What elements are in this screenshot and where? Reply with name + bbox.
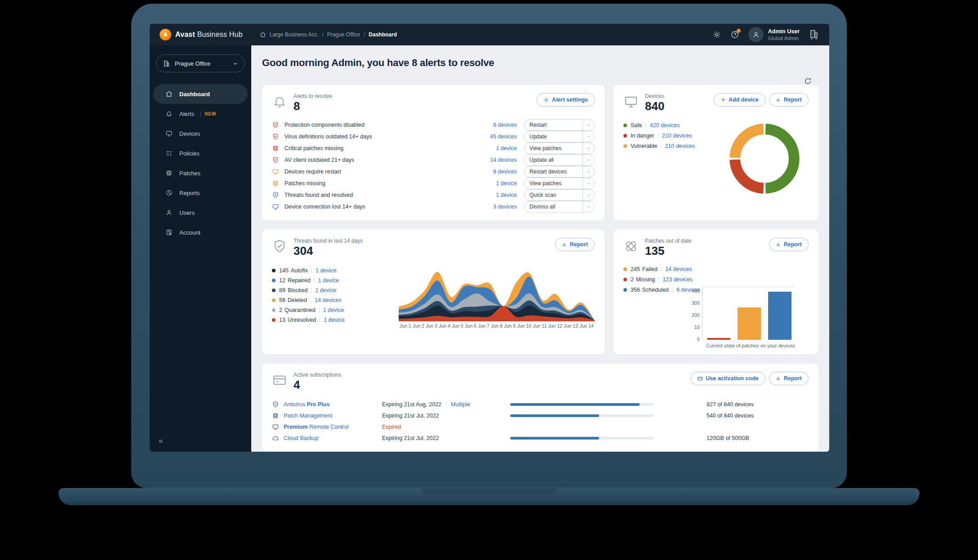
subscription-usage: 827 of 840 devices: [707, 401, 754, 408]
alert-devices-link[interactable]: 3 devices: [493, 204, 517, 210]
legend-devices-link[interactable]: 1 device: [318, 277, 339, 284]
subscription-expiry: Expiring 21st Jul, 2022: [382, 435, 439, 441]
y-axis-label: 400: [692, 289, 700, 293]
legend-devices-link[interactable]: 1 device: [324, 317, 345, 323]
org-selector[interactable]: Prague Office: [156, 54, 245, 72]
breadcrumb-item[interactable]: Large Business Acc. /: [270, 31, 324, 38]
sidebar-item[interactable]: Users: [153, 203, 248, 222]
y-axis-label: 10: [694, 325, 700, 329]
avast-logo[interactable]: Avast Business Hub: [160, 29, 243, 40]
subscription-name-link[interactable]: Antivirus Pro Plus: [284, 401, 329, 408]
legend-item: 2 Quarantined 1 device: [272, 305, 399, 315]
alert-settings-button[interactable]: Alert settings: [537, 93, 595, 107]
report-button[interactable]: Report: [555, 238, 595, 251]
legend-devices-link[interactable]: 1 device: [315, 287, 336, 293]
legend-devices-link[interactable]: 123 devices: [662, 276, 693, 283]
subscription-name-link[interactable]: Premium Remote Control: [284, 424, 349, 430]
help-icon[interactable]: [730, 30, 739, 39]
legend-devices-link[interactable]: 420 devices: [650, 122, 680, 129]
alert-action-select[interactable]: View patches: [524, 178, 595, 189]
alert-status-icon: [272, 203, 279, 210]
user-menu[interactable]: Admin User Global Admin: [748, 27, 800, 42]
alert-row: Virus definitions outdated 14+ days 45 d…: [272, 131, 595, 142]
notification-dot: [737, 29, 741, 33]
report-button[interactable]: Report: [769, 93, 809, 107]
alert-row: Threats found and resolved 1 device Quic…: [272, 189, 595, 201]
alerts-card: Alerts to resolve 8 A: [262, 85, 605, 221]
legend-dot: [623, 278, 627, 281]
alert-devices-link[interactable]: 14 devices: [490, 157, 517, 163]
alert-devices-link[interactable]: 6 devices: [493, 122, 517, 128]
alert-action-select[interactable]: Restart devices: [524, 166, 595, 178]
alert-row: AV client outdated 21+ days 14 devices U…: [272, 154, 595, 166]
x-axis-label: Jun 11: [533, 323, 547, 329]
legend-dot: [623, 134, 627, 138]
legend-item: 2 Missing 123 devices: [623, 274, 809, 284]
report-button[interactable]: Report: [769, 238, 809, 251]
subscription-row: Premium Remote Control Expired: [272, 421, 809, 432]
sidebar-item[interactable]: Account: [153, 222, 248, 242]
alert-action-select[interactable]: Quick scan: [524, 189, 595, 201]
breadcrumb-item[interactable]: Prague Office /: [327, 31, 365, 38]
report-button[interactable]: Report: [769, 372, 809, 385]
alert-label: Protection components disabled: [285, 122, 365, 128]
company-switcher-icon[interactable]: [809, 29, 819, 40]
legend-devices-link[interactable]: 1 device: [323, 307, 344, 313]
alert-status-icon: [272, 133, 279, 140]
alert-devices-link[interactable]: 45 devices: [490, 133, 517, 140]
breadcrumb-item[interactable]: Dashboard /: [369, 31, 397, 38]
y-axis-label: 200: [692, 313, 700, 317]
x-axis-label: Jun 1: [400, 323, 411, 329]
threats-card: Threats found in last 14 days 304 Report: [262, 230, 605, 355]
sidebar-item[interactable]: Alerts NEW: [153, 104, 248, 124]
bar-chart-icon: [776, 97, 781, 102]
subscription-expiry: Expired: [382, 424, 401, 430]
legend-devices-link[interactable]: 210 devices: [662, 133, 692, 139]
topbar: Avast Business Hub Large Business Acc. /: [150, 24, 829, 45]
alert-status-icon: [272, 145, 279, 152]
threats-area-chart: Jun 1Jun 2Jun 3Jun 4Jun 5Jun 6Jun 7Jun 8…: [399, 264, 595, 329]
multiple-link[interactable]: Multiple: [451, 401, 470, 408]
legend-devices-link[interactable]: 210 devices: [665, 143, 695, 149]
refresh-icon[interactable]: [804, 77, 812, 85]
legend-devices-link[interactable]: 14 devices: [665, 266, 692, 272]
laptop-mockup: Avast Business Hub Large Business Acc. /: [0, 0, 978, 560]
bar-scheduled: [768, 292, 791, 340]
breadcrumb-separator: /: [322, 31, 324, 38]
alert-action-select[interactable]: View patches: [524, 142, 595, 154]
alert-row: Devices require restart 6 devices Restar…: [272, 166, 595, 178]
alert-status-icon: [272, 191, 279, 199]
legend-devices-link[interactable]: 14 devices: [315, 297, 342, 303]
use-activation-code-button[interactable]: Use activation code: [690, 372, 765, 385]
subscription-name-link[interactable]: Patch Management: [284, 413, 332, 419]
legend-dot: [272, 298, 276, 302]
sidebar-item[interactable]: Patches: [153, 163, 248, 183]
subscription-name-link[interactable]: Cloud Backup: [284, 435, 319, 441]
alert-action-select[interactable]: Restart: [524, 119, 595, 131]
sidebar-item[interactable]: Reports: [153, 183, 248, 203]
alert-devices-link[interactable]: 1 device: [496, 180, 517, 187]
x-axis-label: Jun 12: [548, 323, 563, 329]
alert-action-select[interactable]: Update: [524, 131, 595, 142]
subscription-usage: 120GB of 500GB: [707, 435, 749, 441]
laptop-base: [58, 488, 920, 505]
legend-devices-link[interactable]: 1 device: [316, 267, 337, 274]
alert-action-select[interactable]: Dismiss all: [524, 201, 595, 213]
alert-devices-link[interactable]: 1 device: [496, 192, 517, 198]
sidebar-item[interactable]: Dashboard: [153, 84, 248, 104]
sidebar-collapse-button[interactable]: «: [159, 436, 163, 445]
settings-gear-icon[interactable]: [712, 30, 721, 39]
legend-dot: [272, 318, 276, 322]
sidebar-item[interactable]: Policies: [153, 143, 248, 163]
add-device-button[interactable]: Add device: [714, 93, 765, 107]
chevron-down-icon: [582, 166, 594, 177]
alert-action-select[interactable]: Update all: [524, 154, 595, 166]
card-title: Patches out of date: [645, 238, 691, 244]
bar-chart-icon: [776, 242, 781, 247]
home-icon[interactable]: [260, 31, 266, 38]
sidebar-item[interactable]: Devices: [153, 124, 248, 143]
alerts-count: 8: [293, 99, 332, 113]
alert-devices-link[interactable]: 1 device: [496, 145, 517, 151]
alert-devices-link[interactable]: 6 devices: [493, 169, 517, 175]
subscription-row: Antivirus Pro Plus Expiring 21st Aug, 20…: [272, 399, 809, 410]
